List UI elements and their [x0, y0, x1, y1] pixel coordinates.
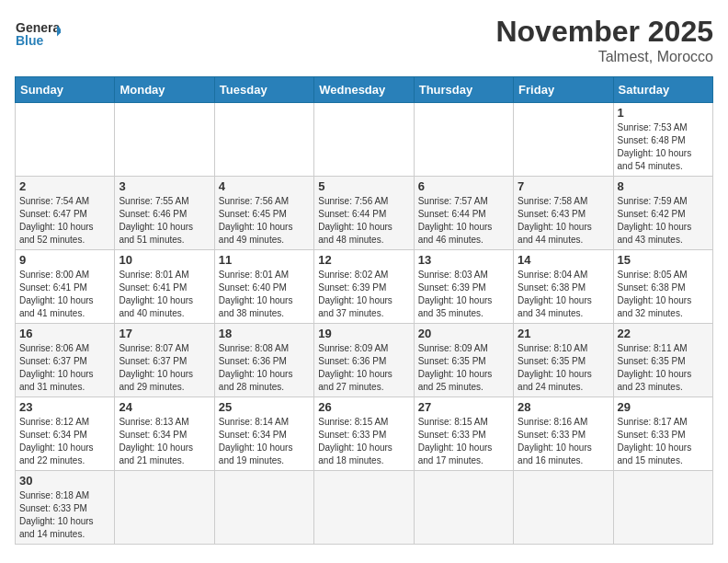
calendar-week-3: 9 Sunrise: 8:00 AM Sunset: 6:41 PM Dayli… [16, 250, 713, 324]
day-empty-last-2 [214, 471, 313, 545]
title-section: November 2025 Talmest, Morocco [495, 15, 713, 65]
logo: General Blue [15, 15, 61, 56]
svg-text:Blue: Blue [16, 33, 44, 48]
day-15: 15 Sunrise: 8:05 AM Sunset: 6:38 PM Dayl… [613, 250, 712, 324]
location-subtitle: Talmest, Morocco [495, 49, 713, 65]
page-header: General Blue November 2025 Talmest, Moro… [15, 15, 713, 65]
calendar-week-2: 2 Sunrise: 7:54 AM Sunset: 6:47 PM Dayli… [16, 177, 713, 250]
day-16: 16 Sunrise: 8:06 AM Sunset: 6:37 PM Dayl… [16, 324, 115, 397]
logo-svg: General Blue [15, 15, 61, 56]
day-26: 26 Sunrise: 8:15 AM Sunset: 6:33 PM Dayl… [314, 397, 414, 471]
calendar-week-5: 23 Sunrise: 8:12 AM Sunset: 6:34 PM Dayl… [16, 397, 713, 471]
day-empty-1 [16, 103, 115, 177]
day-1: 1 Sunrise: 7:53 AM Sunset: 6:48 PM Dayli… [613, 103, 712, 177]
day-23: 23 Sunrise: 8:12 AM Sunset: 6:34 PM Dayl… [16, 397, 115, 471]
day-22: 22 Sunrise: 8:11 AM Sunset: 6:35 PM Dayl… [613, 324, 712, 397]
day-14: 14 Sunrise: 8:04 AM Sunset: 6:38 PM Dayl… [514, 250, 613, 324]
day-empty-6 [514, 103, 613, 177]
day-empty-5 [414, 103, 513, 177]
header-sunday: Sunday [16, 77, 115, 103]
weekday-header-row: Sunday Monday Tuesday Wednesday Thursday… [16, 77, 713, 103]
header-saturday: Saturday [613, 77, 712, 103]
day-empty-3 [214, 103, 313, 177]
day-20: 20 Sunrise: 8:09 AM Sunset: 6:35 PM Dayl… [414, 324, 513, 397]
day-empty-4 [314, 103, 414, 177]
month-title: November 2025 [495, 15, 713, 49]
day-10: 10 Sunrise: 8:01 AM Sunset: 6:41 PM Dayl… [115, 250, 214, 324]
day-21: 21 Sunrise: 8:10 AM Sunset: 6:35 PM Dayl… [514, 324, 613, 397]
header-thursday: Thursday [414, 77, 513, 103]
day-18: 18 Sunrise: 8:08 AM Sunset: 6:36 PM Dayl… [214, 324, 313, 397]
day-2: 2 Sunrise: 7:54 AM Sunset: 6:47 PM Dayli… [16, 177, 115, 250]
calendar-table: Sunday Monday Tuesday Wednesday Thursday… [15, 76, 713, 545]
calendar-week-1: 1 Sunrise: 7:53 AM Sunset: 6:48 PM Dayli… [16, 103, 713, 177]
day-24: 24 Sunrise: 8:13 AM Sunset: 6:34 PM Dayl… [115, 397, 214, 471]
day-29: 29 Sunrise: 8:17 AM Sunset: 6:33 PM Dayl… [613, 397, 712, 471]
day-28: 28 Sunrise: 8:16 AM Sunset: 6:33 PM Dayl… [514, 397, 613, 471]
day-17: 17 Sunrise: 8:07 AM Sunset: 6:37 PM Dayl… [115, 324, 214, 397]
day-13: 13 Sunrise: 8:03 AM Sunset: 6:39 PM Dayl… [414, 250, 513, 324]
day-empty-last-1 [115, 471, 214, 545]
day-11: 11 Sunrise: 8:01 AM Sunset: 6:40 PM Dayl… [214, 250, 313, 324]
day-12: 12 Sunrise: 8:02 AM Sunset: 6:39 PM Dayl… [314, 250, 414, 324]
day-5: 5 Sunrise: 7:56 AM Sunset: 6:44 PM Dayli… [314, 177, 414, 250]
day-4: 4 Sunrise: 7:56 AM Sunset: 6:45 PM Dayli… [214, 177, 313, 250]
header-wednesday: Wednesday [314, 77, 414, 103]
day-empty-2 [115, 103, 214, 177]
day-empty-last-3 [314, 471, 414, 545]
day-8: 8 Sunrise: 7:59 AM Sunset: 6:42 PM Dayli… [613, 177, 712, 250]
day-27: 27 Sunrise: 8:15 AM Sunset: 6:33 PM Dayl… [414, 397, 513, 471]
header-tuesday: Tuesday [214, 77, 313, 103]
day-empty-last-5 [514, 471, 613, 545]
day-30: 30 Sunrise: 8:18 AM Sunset: 6:33 PM Dayl… [16, 471, 115, 545]
day-6: 6 Sunrise: 7:57 AM Sunset: 6:44 PM Dayli… [414, 177, 513, 250]
header-friday: Friday [514, 77, 613, 103]
calendar-week-4: 16 Sunrise: 8:06 AM Sunset: 6:37 PM Dayl… [16, 324, 713, 397]
calendar-week-6: 30 Sunrise: 8:18 AM Sunset: 6:33 PM Dayl… [16, 471, 713, 545]
day-19: 19 Sunrise: 8:09 AM Sunset: 6:36 PM Dayl… [314, 324, 414, 397]
day-7: 7 Sunrise: 7:58 AM Sunset: 6:43 PM Dayli… [514, 177, 613, 250]
day-empty-last-6 [613, 471, 712, 545]
day-3: 3 Sunrise: 7:55 AM Sunset: 6:46 PM Dayli… [115, 177, 214, 250]
day-25: 25 Sunrise: 8:14 AM Sunset: 6:34 PM Dayl… [214, 397, 313, 471]
day-9: 9 Sunrise: 8:00 AM Sunset: 6:41 PM Dayli… [16, 250, 115, 324]
header-monday: Monday [115, 77, 214, 103]
day-empty-last-4 [414, 471, 513, 545]
